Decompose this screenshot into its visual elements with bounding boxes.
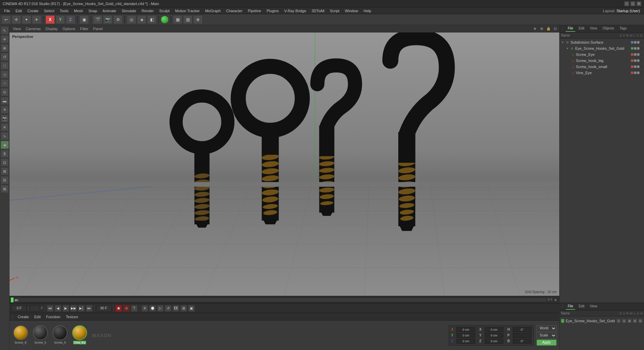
new-object-button[interactable]: ✦ [22,15,31,24]
menu-help[interactable]: Help [361,7,374,14]
viewport-menu-cameras[interactable]: Cameras [24,26,43,32]
layout-value[interactable]: Startup (User) [617,9,640,13]
menu-file[interactable]: File [1,7,13,14]
auto-record-button[interactable]: ? [131,305,138,312]
viewport-menu-display[interactable]: Display [43,26,60,32]
menu-tools[interactable]: Tools [57,7,71,14]
objects-tab-edit[interactable]: Edit [577,26,586,32]
goto-start-button[interactable]: ⏮ [47,305,54,312]
z-position-input[interactable] [457,339,475,344]
tool-cylinder[interactable]: ⊙ [1,88,9,96]
objects-tab-objects[interactable]: Objects [601,26,616,32]
tool-rotate[interactable]: ↺ [1,53,9,61]
z-axis-button[interactable]: Z [66,15,75,24]
tool-sphere[interactable]: ○ [1,79,9,87]
frame-button[interactable]: ▣ [79,15,89,24]
attrs-tab-file[interactable]: File [566,304,575,310]
p-input[interactable] [513,333,531,338]
menu-vray[interactable]: V-Ray Bridge [282,7,309,14]
tree-arrow-subdivision[interactable]: ▼ [561,41,564,44]
y-size-input[interactable] [485,333,503,338]
tool-plane[interactable]: ▬ [1,97,9,105]
hud-key-btn[interactable]: ⌚ [149,305,156,312]
viewport-lock-icon[interactable]: 🔒 [546,26,551,31]
attr-row-eye-screw[interactable]: Eye_Screw_Hooks_Set_Gold ⊙ ◎ ⊞ ⊟ ⊡ [561,318,643,324]
minimize-button[interactable]: ─ [624,1,629,6]
timeline-ruler[interactable]: 0 5 10 15 20 25 30 35 40 45 50 55 60 65 … [14,298,547,302]
attr-icon-5[interactable]: ⊡ [638,319,643,323]
hud-play-btn[interactable]: ▷ [157,305,164,312]
menu-edit[interactable]: Edit [13,7,25,14]
viewport-menu-view[interactable]: View [11,26,23,32]
y-axis-button[interactable]: Y [56,15,65,24]
tool-cube[interactable]: □ [1,62,9,70]
viewport-menu-panel[interactable]: Panel [91,26,105,32]
render-preview-button[interactable]: 🎬 [93,15,102,24]
objects-tab-tags[interactable]: Tags [618,26,629,32]
tool-sculpt[interactable]: $ [1,150,9,158]
attr-icon-4[interactable]: ⊟ [632,319,637,323]
hud-film-btn[interactable]: 🎞 [173,305,179,312]
edge-mode-button[interactable]: ◈ [137,15,146,24]
render-button[interactable]: 📷 [103,15,113,24]
menu-3dtoall[interactable]: 3DToAll [309,7,327,14]
menu-render[interactable]: Render [139,7,157,14]
tree-item-screw-hook-small[interactable]: △ Screw_hook_small [560,64,644,70]
z-size-input[interactable] [485,339,503,344]
play-reverse-button[interactable]: ▶▶ [70,305,77,312]
scale-mode-select[interactable]: Scale Size [537,332,557,338]
y-position-input[interactable] [457,333,475,338]
menu-simulate[interactable]: Simulate [119,7,139,14]
tree-arrow-eye-screw[interactable]: ▼ [566,47,569,50]
attrs-tab-view[interactable]: View [588,304,599,310]
hud-cycle-btn[interactable]: ↺ [165,305,172,312]
tool-null[interactable]: ✕ [1,123,9,131]
bottom-tab-edit[interactable]: Edit [32,314,43,320]
objects-tree[interactable]: ▼ ⊙ Subdivision Surface ▼ ⊕ Eye_Screw [560,39,644,303]
green-sphere-btn[interactable] [161,16,169,24]
b-input[interactable] [513,339,531,344]
record-button[interactable]: ⏺ [115,305,122,312]
end-frame-input[interactable] [96,305,112,311]
play-button[interactable]: ▶ [62,305,69,312]
menu-window[interactable]: Window [342,7,361,14]
viewport-expand-icon[interactable]: ⊡ [552,26,558,31]
poly-mode-button[interactable]: ◧ [147,15,157,24]
world-mode-select[interactable]: World Object [537,325,557,331]
tool-bend[interactable]: ⊞ [1,167,9,175]
tool-select[interactable]: ↖ [1,26,9,35]
next-frame-button[interactable]: ▶| [78,305,85,312]
tool-light[interactable]: ☀ [1,106,9,114]
menu-mesh[interactable]: Mesh [71,7,86,14]
close-button[interactable]: ✕ [637,1,641,6]
goto-end-button[interactable]: ⏭ [86,305,93,312]
menu-animate[interactable]: Animate [100,7,119,14]
apply-button[interactable]: Apply [537,340,557,346]
tool-field[interactable]: ⊟ [1,176,9,184]
hud-grid-btn[interactable]: ⊞ [180,305,187,312]
maximize-button[interactable]: □ [630,1,635,6]
menu-create[interactable]: Create [25,7,41,14]
display-mode-1[interactable]: ▦ [173,15,182,24]
tool-mograph[interactable]: ⊞ [1,185,9,193]
menu-select[interactable]: Select [41,7,57,14]
tool-deform[interactable]: ⊡ [1,158,9,167]
prev-frame-button[interactable]: ◀ [55,305,61,312]
material-thumb-4[interactable]: Vine_Ey [71,325,88,346]
tool-camera[interactable]: 📷 [1,114,9,123]
bottom-tab-create[interactable]: Create [16,314,31,320]
objects-tab-file[interactable]: File [566,26,575,32]
objects-tab-view[interactable]: View [588,26,599,32]
display-mode-3[interactable]: ⊕ [193,15,203,24]
menu-motion-tracker[interactable]: Motion Tracker [172,7,202,14]
tool-paint[interactable]: ◈ [1,141,9,149]
tree-item-vine-eye[interactable]: △ Vine_Eye [560,70,644,76]
move-button[interactable]: ✈ [32,15,41,24]
undo-button[interactable]: ↩ [1,15,11,24]
menu-snap[interactable]: Snap [86,7,100,14]
viewport-menu-filter[interactable]: Filter [78,26,90,32]
bottom-tab-texture[interactable]: Texture [64,314,80,320]
current-frame-input[interactable] [12,305,27,311]
render-settings-button[interactable]: ⚙ [113,15,123,24]
tree-item-eye-screw-group[interactable]: ▼ ⊕ Eye_Screw_Hooks_Set_Gold [560,45,644,51]
